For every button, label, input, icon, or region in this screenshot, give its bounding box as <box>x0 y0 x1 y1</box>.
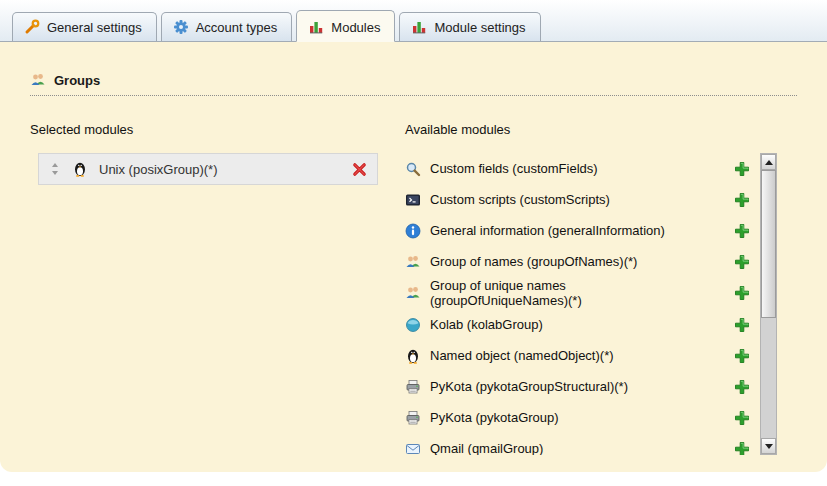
section-header: Groups <box>30 72 797 96</box>
add-icon[interactable] <box>734 410 750 426</box>
available-module-label: Kolab (kolabGroup) <box>430 317 543 332</box>
mail-icon <box>405 441 421 456</box>
available-module-row: Qmail (qmailGroup) <box>405 433 760 455</box>
available-module-label: Custom scripts (customScripts) <box>430 192 610 207</box>
available-module-row: Custom scripts (customScripts) <box>405 184 760 215</box>
available-module-label: Custom fields (customFields) <box>430 161 598 176</box>
groups-icon <box>30 72 46 88</box>
available-module-label: PyKota (pykotaGroupStructural)(*) <box>430 379 628 394</box>
printer-icon <box>405 379 421 395</box>
penguin-icon <box>72 161 88 177</box>
selected-modules-heading: Selected modules <box>30 122 405 137</box>
tab-label: General settings <box>47 20 142 35</box>
kolab-icon <box>405 317 421 333</box>
magnifier-icon <box>405 161 421 177</box>
tab-label: Account types <box>196 20 278 35</box>
info-icon <box>405 223 421 239</box>
tab-module-settings[interactable]: Module settings <box>399 12 540 41</box>
tab-strip: General settings Account types Modules M… <box>12 10 541 41</box>
add-icon[interactable] <box>734 223 750 239</box>
section-title: Groups <box>54 73 100 88</box>
drag-handle-icon[interactable] <box>49 162 61 176</box>
vertical-scrollbar[interactable] <box>760 153 777 455</box>
modules-icon <box>308 19 324 35</box>
printer-icon <box>405 410 421 426</box>
up-triangle <box>765 160 773 165</box>
scrollbar-thumb[interactable] <box>761 170 776 318</box>
tab-label: Module settings <box>434 20 525 35</box>
available-module-label: PyKota (pykotaGroup) <box>430 410 559 425</box>
selected-module-row: Unix (posixGroup)(*) <box>38 153 378 185</box>
available-module-row: Kolab (kolabGroup) <box>405 309 760 340</box>
available-module-label: Named object (namedObject)(*) <box>430 348 614 363</box>
tools-icon <box>24 19 40 35</box>
tab-account-types[interactable]: Account types <box>161 12 293 41</box>
gear-icon <box>173 19 189 35</box>
tab-general-settings[interactable]: General settings <box>12 12 157 41</box>
add-icon[interactable] <box>734 348 750 364</box>
add-icon[interactable] <box>734 317 750 333</box>
available-modules-heading: Available modules <box>405 122 797 137</box>
scroll-up-arrow-icon[interactable] <box>761 154 776 170</box>
available-modules-listbox: Custom fields (customFields) Custom scri… <box>405 153 797 455</box>
tab-bar: General settings Account types Modules M… <box>0 0 827 42</box>
available-module-row: Named object (namedObject)(*) <box>405 340 760 371</box>
group-icon <box>405 285 421 301</box>
available-modules-column: Available modules Custom fields (customF… <box>405 122 797 455</box>
penguin-icon <box>405 348 421 364</box>
remove-icon[interactable] <box>352 162 367 177</box>
scroll-down-arrow-icon[interactable] <box>761 438 776 454</box>
selected-module-label: Unix (posixGroup)(*) <box>99 162 217 177</box>
add-icon[interactable] <box>734 285 750 301</box>
script-icon <box>405 192 421 208</box>
content-panel: Groups Selected modules Unix (posixGroup… <box>0 42 827 472</box>
module-settings-icon <box>411 19 427 35</box>
module-columns: Selected modules Unix (posixGroup)(*) <box>30 122 797 455</box>
lam-configuration-page: General settings Account types Modules M… <box>0 0 827 486</box>
tab-label: Modules <box>331 20 380 35</box>
available-module-label: Qmail (qmailGroup) <box>430 441 543 455</box>
tab-modules[interactable]: Modules <box>296 10 395 42</box>
down-triangle <box>765 444 773 449</box>
add-icon[interactable] <box>734 192 750 208</box>
available-module-row: PyKota (pykotaGroupStructural)(*) <box>405 371 760 402</box>
available-module-row: Custom fields (customFields) <box>405 153 760 184</box>
available-module-label: Group of names (groupOfNames)(*) <box>430 254 637 269</box>
add-icon[interactable] <box>734 441 750 456</box>
add-icon[interactable] <box>734 379 750 395</box>
add-icon[interactable] <box>734 161 750 177</box>
available-modules-list: Custom fields (customFields) Custom scri… <box>405 153 760 455</box>
available-module-row: General information (generalInformation) <box>405 215 760 246</box>
available-module-label: General information (generalInformation) <box>430 223 665 238</box>
available-module-row: PyKota (pykotaGroup) <box>405 402 760 433</box>
available-module-row: Group of unique names (groupOfUniqueName… <box>405 277 760 309</box>
add-icon[interactable] <box>734 254 750 270</box>
available-module-row: Group of names (groupOfNames)(*) <box>405 246 760 277</box>
selected-modules-column: Selected modules Unix (posixGroup)(*) <box>30 122 405 455</box>
group-icon <box>405 254 421 270</box>
available-module-label: Group of unique names (groupOfUniqueName… <box>430 278 702 308</box>
